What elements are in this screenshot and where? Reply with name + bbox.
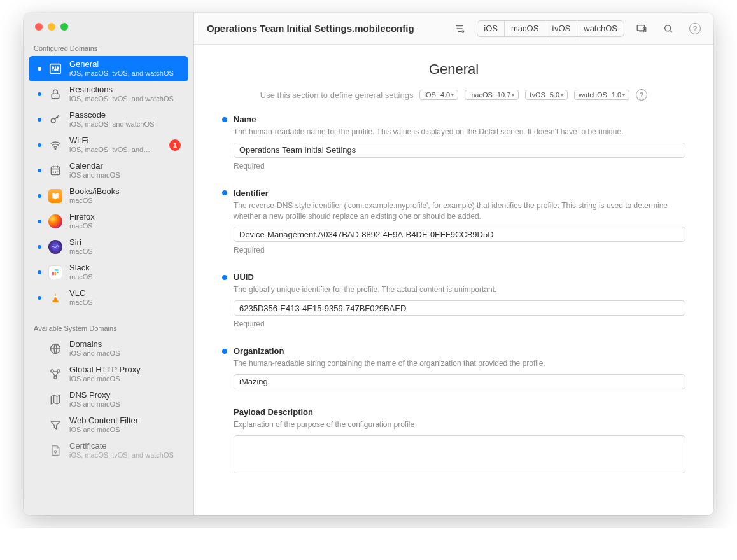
configured-dot-icon — [38, 143, 41, 147]
required-label: Required — [234, 162, 685, 171]
sidebar-item-sublabel: macOS — [69, 273, 181, 282]
help-icon[interactable]: ? — [685, 21, 705, 36]
sidebar-item-sublabel: iOS, macOS, tvOS, and watchOS — [69, 451, 181, 460]
identifier-input[interactable] — [234, 227, 685, 242]
field-label: Identifier — [234, 188, 269, 198]
toolbar: Operations Team Initial Settings.mobilec… — [194, 13, 713, 45]
uuid-input[interactable] — [234, 300, 685, 316]
field-name: Name The human-readable name for the pro… — [222, 115, 685, 171]
sidebar-item-global-http-proxy[interactable]: Global HTTP Proxy iOS and macOS — [29, 361, 188, 387]
field-description: The globally unique identifier for the p… — [234, 284, 685, 295]
sidebar-item-label: Restrictions — [69, 85, 181, 95]
device-icon[interactable] — [632, 21, 651, 36]
sidebar-item-label: Global HTTP Proxy — [69, 365, 181, 375]
globe-icon — [48, 341, 63, 356]
proxy-icon — [48, 367, 63, 382]
search-icon[interactable] — [659, 21, 678, 36]
required-dot-icon — [222, 117, 227, 122]
configured-dot-icon — [38, 423, 41, 427]
books-app-icon — [48, 188, 63, 204]
os-badge-tvos[interactable]: tvOS 5.0▾ — [525, 90, 568, 100]
field-description: The human-readable name for the profile.… — [234, 127, 685, 137]
name-input[interactable] — [234, 143, 685, 158]
segment-watchos[interactable]: watchOS — [577, 21, 624, 36]
field-identifier: Identifier The reverse-DNS style identif… — [222, 188, 685, 255]
required-label: Required — [234, 319, 685, 328]
minimize-window-button[interactable] — [48, 23, 55, 31]
required-dot-icon — [222, 349, 227, 354]
sidebar-item-label: General — [69, 59, 181, 69]
svg-rect-4 — [52, 94, 59, 99]
configured-dot-icon — [38, 67, 41, 71]
svg-point-1 — [52, 67, 53, 68]
segment-ios[interactable]: iOS — [477, 21, 505, 36]
sidebar-item-dns-proxy[interactable]: DNS Proxy iOS and macOS — [29, 387, 188, 412]
app-window: Configured Domains General iOS, macOS, t… — [24, 13, 713, 515]
segment-macos[interactable]: macOS — [505, 21, 545, 36]
window-controls — [24, 13, 193, 31]
payload-description-textarea[interactable] — [234, 435, 685, 473]
sidebar-item-passcode[interactable]: Passcode iOS, macOS, and watchOS — [29, 107, 188, 132]
page-subtitle-row: Use this section to define general setti… — [194, 81, 713, 115]
sidebar-item-sublabel: iOS and macOS — [69, 375, 181, 384]
configured-dot-icon — [38, 194, 41, 198]
sidebar-item-slack[interactable]: Slack macOS — [29, 260, 188, 285]
segment-tvos[interactable]: tvOS — [545, 21, 577, 36]
sidebar-item-sublabel: iOS, macOS, tvOS, and watchOS — [69, 95, 181, 104]
main-content: Operations Team Initial Settings.mobilec… — [194, 13, 713, 515]
svg-point-2 — [55, 69, 56, 71]
field-label: UUID — [234, 272, 254, 282]
calendar-icon — [48, 163, 63, 178]
sidebar-item-siri[interactable]: Siri macOS — [29, 234, 188, 260]
filter-list-icon[interactable] — [450, 21, 469, 36]
field-uuid: UUID The globally unique identifier for … — [222, 272, 685, 328]
sidebar-item-label: DNS Proxy — [69, 390, 181, 400]
sidebar-item-certificate[interactable]: Certificate iOS, macOS, tvOS, and watchO… — [29, 438, 188, 463]
required-dot-icon — [222, 275, 227, 280]
sidebar-item-books[interactable]: Books/iBooks macOS — [29, 183, 188, 209]
sidebar-item-sublabel: iOS, macOS, tvOS, and watchOS — [69, 69, 181, 78]
sidebar-item-wifi[interactable]: Wi-Fi iOS, macOS, tvOS, and… 1 — [29, 132, 188, 158]
sidebar-section-configured-header: Configured Domains — [24, 31, 193, 56]
section-help-icon[interactable]: ? — [636, 89, 647, 101]
os-badge-macos[interactable]: macOS 10.7▾ — [465, 90, 519, 100]
svg-rect-11 — [57, 272, 58, 273]
map-icon — [48, 392, 63, 407]
sidebar-item-firefox[interactable]: Firefox macOS — [29, 209, 188, 234]
sidebar-item-label: Firefox — [69, 212, 181, 222]
svg-point-5 — [51, 118, 55, 123]
close-window-button[interactable] — [35, 23, 43, 31]
platform-segmented-control: iOS macOS tvOS watchOS — [477, 20, 624, 37]
sidebar-item-label: Web Content Filter — [69, 416, 181, 426]
field-description: The reverse-DNS style identifier ('com.e… — [234, 200, 685, 222]
lock-icon — [48, 87, 63, 102]
svg-point-6 — [55, 148, 56, 150]
os-badge-ios[interactable]: iOS 4.0▾ — [419, 90, 458, 100]
svg-point-17 — [462, 31, 464, 32]
sidebar-item-sublabel: iOS and macOS — [69, 171, 181, 180]
sidebar-item-vlc[interactable]: VLC macOS — [29, 285, 188, 311]
sidebar-item-label: VLC — [69, 288, 181, 298]
page-header: General — [194, 45, 713, 81]
fullscreen-window-button[interactable] — [60, 23, 68, 31]
field-label: Name — [234, 115, 256, 124]
sidebar-item-calendar[interactable]: Calendar iOS and macOS — [29, 158, 188, 183]
page-subtitle: Use this section to define general setti… — [260, 90, 414, 100]
sidebar-item-label: Wi-Fi — [69, 136, 163, 146]
funnel-icon — [48, 417, 63, 433]
sidebar-item-sublabel: iOS and macOS — [69, 400, 181, 409]
sidebar-section-available-header: Available System Domains — [24, 311, 193, 336]
svg-rect-9 — [55, 269, 59, 270]
siri-app-icon — [48, 239, 63, 255]
sidebar-item-domains[interactable]: Domains iOS and macOS — [29, 336, 188, 361]
sidebar-item-label: Slack — [69, 263, 181, 273]
sidebar-item-restrictions[interactable]: Restrictions iOS, macOS, tvOS, and watch… — [29, 81, 188, 107]
field-label: Payload Description — [234, 407, 313, 417]
form: Name The human-readable name for the pro… — [194, 115, 713, 513]
organization-input[interactable] — [234, 374, 685, 389]
sidebar-item-general[interactable]: General iOS, macOS, tvOS, and watchOS — [29, 56, 188, 81]
content-scroll[interactable]: General Use this section to define gener… — [194, 45, 713, 515]
firefox-app-icon — [48, 214, 63, 229]
sidebar-item-web-content-filter[interactable]: Web Content Filter iOS and macOS — [29, 412, 188, 438]
os-badge-watchos[interactable]: watchOS 1.0▾ — [574, 90, 629, 100]
